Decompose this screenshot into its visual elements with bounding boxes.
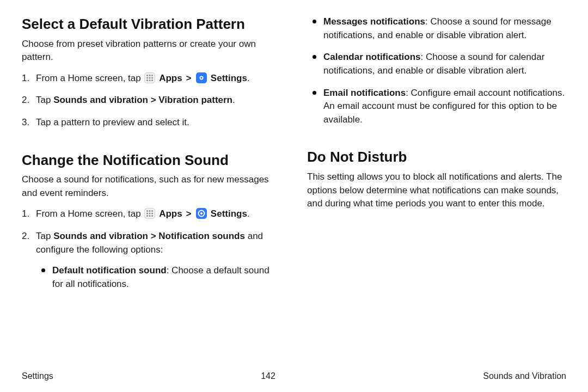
- list-item: Calendar notifications: Choose a sound f…: [307, 51, 566, 77]
- step-item: Tap a pattern to preview and select it.: [22, 116, 281, 130]
- heading-vibration-pattern: Select a Default Vibration Pattern: [22, 15, 281, 33]
- page-number: 142: [261, 371, 275, 381]
- svg-point-17: [151, 215, 153, 217]
- svg-point-19: [200, 212, 203, 215]
- sub-bullets: Default notification sound: Choose a def…: [36, 264, 281, 291]
- steps-vibration-pattern: From a Home screen, tap Apps > Settings.…: [22, 72, 281, 130]
- settings-label: Settings: [211, 209, 247, 219]
- settings-icon: [196, 208, 207, 219]
- bullet-bold: Email notifications: [323, 88, 406, 98]
- svg-point-16: [149, 215, 151, 217]
- svg-point-12: [146, 213, 148, 215]
- apps-label: Apps: [159, 209, 182, 219]
- step-item: From a Home screen, tap Apps > Settings.: [22, 207, 281, 221]
- svg-point-6: [146, 79, 148, 81]
- steps-notification-sound: From a Home screen, tap Apps > Settings.…: [22, 207, 281, 291]
- step-bold: Sounds and vibration > Vibration pattern: [53, 95, 232, 105]
- list-item: Messages notifications: Choose a sound f…: [307, 15, 566, 42]
- right-column: Messages notifications: Choose a sound f…: [307, 15, 566, 366]
- svg-point-15: [146, 215, 148, 217]
- bullet-bold: Calendar notifications: [323, 52, 421, 62]
- step-item: Tap Sounds and vibration > Vibration pat…: [22, 94, 281, 107]
- footer-right: Sounds and Vibration: [483, 371, 566, 381]
- svg-point-0: [146, 75, 148, 76]
- continued-bullets: Messages notifications: Choose a sound f…: [307, 15, 566, 126]
- svg-point-14: [151, 213, 153, 215]
- settings-icon: [196, 72, 207, 83]
- step-text: Tap a pattern to preview and select it.: [36, 117, 189, 127]
- step-item: Tap Sounds and vibration > Notification …: [22, 230, 281, 291]
- settings-label: Settings: [211, 73, 247, 83]
- step-text: From a Home screen, tap: [36, 209, 143, 219]
- svg-point-7: [149, 79, 151, 81]
- bullet-bold: Messages notifications: [323, 16, 425, 27]
- apps-label: Apps: [159, 73, 182, 83]
- left-column: Select a Default Vibration Pattern Choos…: [22, 15, 281, 366]
- chevron-right-icon: >: [185, 73, 192, 83]
- bullet-bold: Default notification sound: [52, 265, 167, 275]
- heading-do-not-disturb: Do Not Disturb: [307, 148, 566, 166]
- step-item: From a Home screen, tap Apps > Settings.: [22, 72, 281, 85]
- svg-point-8: [151, 79, 153, 81]
- step-text: .: [232, 95, 235, 105]
- apps-icon: [144, 208, 155, 219]
- svg-point-2: [151, 75, 153, 76]
- svg-point-9: [146, 210, 148, 212]
- svg-point-13: [149, 213, 151, 215]
- svg-point-11: [151, 210, 153, 212]
- svg-point-4: [149, 77, 151, 78]
- svg-point-5: [151, 77, 153, 78]
- step-bold: Sounds and vibration > Notification soun…: [53, 231, 245, 241]
- step-text: Tap: [36, 231, 53, 241]
- step-text: From a Home screen, tap: [36, 73, 143, 83]
- step-text: Tap: [36, 95, 53, 105]
- list-item: Email notifications: Configure email acc…: [307, 87, 566, 127]
- svg-point-1: [149, 75, 151, 76]
- heading-notification-sound: Change the Notification Sound: [22, 151, 281, 169]
- intro-vibration-pattern: Choose from preset vibration patterns or…: [22, 38, 281, 64]
- svg-point-3: [146, 77, 148, 78]
- chevron-right-icon: >: [185, 209, 192, 219]
- apps-icon: [144, 72, 155, 83]
- page-footer: Settings 142 Sounds and Vibration: [22, 366, 566, 381]
- intro-notification-sound: Choose a sound for notifications, such a…: [22, 173, 281, 200]
- svg-point-10: [149, 210, 151, 212]
- footer-left: Settings: [22, 371, 53, 381]
- list-item: Default notification sound: Choose a def…: [36, 264, 281, 291]
- intro-do-not-disturb: This setting allows you to block all not…: [307, 170, 566, 211]
